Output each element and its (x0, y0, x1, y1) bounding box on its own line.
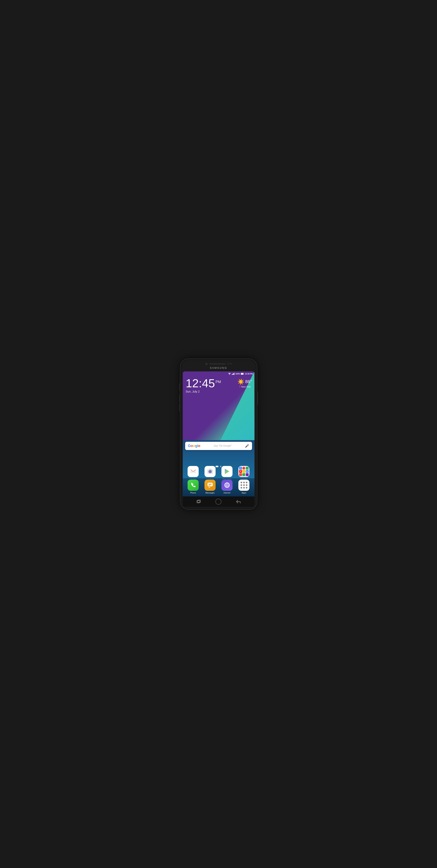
clock-digits: 12:45 (186, 377, 215, 390)
screen: 100% 12:45 PM 12:45PM Sun, Jul (183, 371, 255, 507)
svg-point-17 (210, 471, 210, 472)
phone-label: Phone (190, 492, 196, 494)
clock-date: Sun, July 2 (186, 390, 221, 393)
wifi-icon (228, 373, 231, 375)
clock-area: 12:45PM Sun, July 2 (186, 377, 221, 393)
apps-dot (246, 484, 247, 486)
svg-rect-7 (241, 373, 243, 374)
phone-top: SAMSUNG (183, 361, 255, 371)
svg-rect-23 (208, 485, 210, 486)
page-dots (183, 466, 255, 467)
apps-dot (243, 487, 245, 489)
apps-dot (241, 484, 242, 486)
dock-messages[interactable]: Messages (203, 480, 217, 494)
clock-period: PM (215, 380, 221, 384)
google-search-hint[interactable]: Say "Ok Google" (214, 444, 232, 447)
phone-icon (188, 480, 199, 491)
battery-icon (241, 373, 244, 375)
weather-sun-icon: ☀️ (237, 378, 244, 385)
signal-icon (232, 373, 235, 375)
camera-icon (204, 466, 215, 477)
svg-rect-5 (234, 373, 235, 375)
page-dot-2[interactable] (220, 466, 222, 467)
sensor-dots (228, 363, 232, 365)
weather-temp: 86° (245, 379, 252, 384)
internet-icon (222, 480, 233, 491)
google-search-bar[interactable]: Google Say "Ok Google" 🎤 (185, 442, 252, 450)
google-folder-icon: G ★ ▶ + (238, 466, 249, 477)
email-icon (188, 466, 199, 477)
weather-location: 📍 New York (237, 385, 252, 388)
svg-marker-20 (240, 471, 241, 472)
front-camera (205, 363, 207, 365)
clock-time: 12:45PM (186, 377, 221, 389)
apps-label: Apps (242, 492, 246, 494)
apps-dot (246, 487, 247, 489)
battery-percent: 100% (235, 373, 240, 375)
apps-dot (243, 484, 245, 486)
back-button[interactable] (235, 499, 241, 505)
home-button[interactable] (215, 499, 222, 505)
apps-dot (241, 487, 242, 489)
svg-point-0 (229, 374, 230, 375)
svg-rect-22 (208, 484, 212, 485)
samsung-logo: SAMSUNG (210, 366, 227, 369)
svg-rect-3 (233, 373, 233, 375)
speaker-grille (209, 363, 226, 365)
apps-dot (243, 482, 245, 483)
dock-apps[interactable]: Apps (237, 480, 251, 494)
location-pin-icon: 📍 (239, 386, 241, 388)
recents-button[interactable] (196, 499, 202, 505)
dock: Phone Messages (183, 478, 255, 496)
home-button-oval[interactable] (215, 499, 222, 505)
svg-rect-4 (234, 373, 234, 375)
playstore-icon (222, 466, 233, 477)
svg-rect-2 (232, 374, 233, 375)
google-logo: Google (188, 444, 200, 448)
messages-label: Messages (205, 492, 215, 494)
weather-city: New York (241, 385, 250, 388)
status-bar: 100% 12:45 PM (183, 371, 255, 376)
weather-widget[interactable]: ☀️ 86° 📍 New York (237, 378, 252, 388)
svg-rect-12 (209, 469, 211, 470)
sensor-dot-2 (230, 363, 232, 365)
sensor-dot-1 (228, 363, 229, 365)
svg-rect-8 (243, 374, 244, 374)
phone-device: SAMSUNG (180, 359, 257, 509)
apps-dot (241, 482, 242, 483)
apps-dot (246, 482, 247, 483)
page-dot-1[interactable] (215, 466, 218, 467)
status-time: 12:45 PM (245, 373, 253, 375)
microphone-icon[interactable]: 🎤 (245, 444, 249, 448)
dock-phone[interactable]: Phone (187, 480, 200, 494)
status-right: 100% 12:45 PM (228, 373, 253, 375)
top-sensors (205, 363, 232, 365)
internet-label: Internet (224, 492, 231, 494)
nav-bar (183, 496, 255, 507)
dock-internet[interactable]: Internet (220, 480, 234, 494)
wallpaper: 100% 12:45 PM 12:45PM Sun, Jul (183, 371, 255, 496)
svg-rect-1 (232, 374, 232, 375)
messages-icon (204, 480, 215, 491)
svg-point-18 (211, 470, 212, 470)
apps-icon (238, 480, 249, 491)
